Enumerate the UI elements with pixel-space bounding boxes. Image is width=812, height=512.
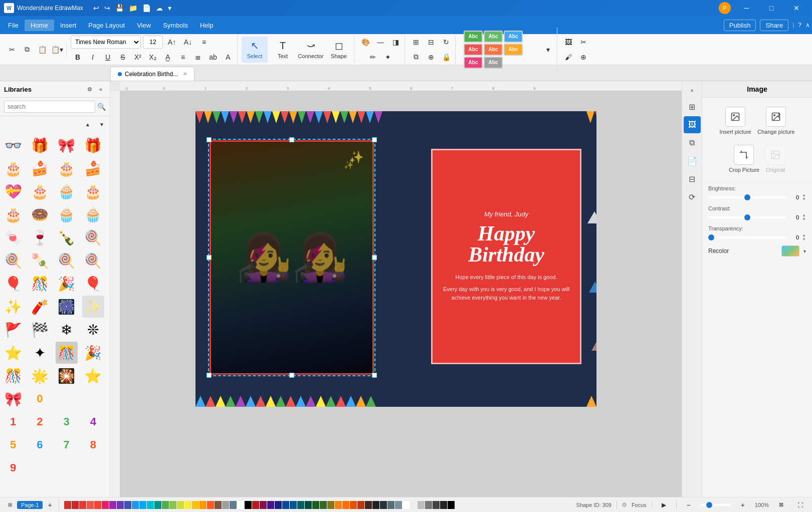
add-page-button[interactable]: +	[45, 500, 55, 510]
shape-item[interactable]: 🎂	[82, 180, 104, 202]
shape-item[interactable]: 🎇	[56, 365, 78, 387]
palette-color[interactable]	[395, 501, 402, 509]
palette-color[interactable]	[282, 501, 289, 509]
shape-item[interactable]: 🍡	[29, 249, 51, 272]
palette-color[interactable]	[425, 501, 432, 509]
minimize-button[interactable]: ─	[735, 0, 758, 16]
document-tab[interactable]: Celebration Birthd... ✕	[110, 67, 194, 81]
page-panel-button[interactable]: 📄	[684, 152, 701, 169]
shape-item[interactable]: 3	[56, 411, 78, 433]
copy-button[interactable]: ⧉	[20, 43, 34, 57]
palette-color[interactable]	[215, 501, 222, 509]
palette-color[interactable]	[252, 501, 259, 509]
shape-item[interactable]: 🎂	[29, 180, 51, 202]
menu-symbols[interactable]: Symbols	[157, 20, 194, 31]
share-cloud-button[interactable]: ☁	[154, 3, 165, 13]
palette-color[interactable]	[237, 501, 244, 509]
font-size-input[interactable]	[143, 36, 163, 49]
format-button[interactable]: ✦	[381, 50, 395, 64]
shape-item[interactable]: 🧁	[56, 203, 78, 225]
palette-color[interactable]	[109, 501, 116, 509]
shape-item[interactable]: ✦	[29, 342, 51, 364]
insert-picture-item[interactable]: Insert picture	[719, 107, 751, 135]
search-icon[interactable]: 🔍	[97, 103, 106, 111]
shape-item[interactable]: 🍭	[82, 226, 104, 248]
style-thumb-2[interactable]: Abc	[484, 31, 503, 43]
palette-color[interactable]	[357, 501, 364, 509]
palette-color[interactable]	[230, 501, 237, 509]
palette-color[interactable]	[297, 501, 304, 509]
extra-btn[interactable]: ⊕	[576, 50, 590, 64]
paste-special-button[interactable]: 📋▾	[50, 43, 64, 57]
shape-item[interactable]: 🧨	[29, 296, 51, 318]
palette-color[interactable]	[154, 501, 161, 509]
more-button[interactable]: ▾	[166, 3, 173, 13]
shape-item[interactable]: 🍷	[29, 226, 51, 248]
recolor-swatch[interactable]	[781, 245, 799, 257]
palette-color[interactable]	[275, 501, 282, 509]
size-button[interactable]: ⊕	[424, 50, 438, 64]
palette-color[interactable]	[320, 501, 327, 509]
zoom-in-button[interactable]: +	[736, 498, 750, 512]
palette-color[interactable]	[440, 501, 447, 509]
palette-color[interactable]	[410, 501, 417, 509]
table-panel-button[interactable]: ⊟	[684, 170, 701, 187]
palette-color[interactable]	[342, 501, 349, 509]
shape-item[interactable]: 🏁	[29, 319, 51, 341]
menu-page-layout[interactable]: Page Layout	[82, 20, 131, 31]
shape-item[interactable]: ⭐	[2, 342, 24, 364]
maximize-button[interactable]: □	[760, 0, 783, 16]
palette-color[interactable]	[79, 501, 86, 509]
subscript-button[interactable]: X₂	[146, 50, 160, 64]
zoom-slider[interactable]	[701, 504, 731, 506]
palette-color[interactable]	[184, 501, 191, 509]
style-thumb-8[interactable]: Abc	[484, 57, 503, 69]
shape-item[interactable]: ✨	[2, 296, 24, 318]
image-tool[interactable]: 🖼	[561, 35, 575, 49]
style-thumb-4[interactable]: Abc	[464, 44, 483, 56]
palette-color[interactable]	[433, 501, 440, 509]
shape-tool[interactable]: ◻ Shape	[326, 37, 352, 63]
style-panel-button[interactable]: ⊞	[684, 98, 701, 115]
text-case-button[interactable]: ab	[206, 50, 220, 64]
transparency-slider[interactable]	[708, 236, 786, 238]
palette-color[interactable]	[64, 501, 71, 509]
shape-item[interactable]: 1	[2, 411, 24, 433]
shape-item[interactable]: 7	[56, 434, 78, 456]
shape-item[interactable]: 2	[29, 411, 51, 433]
menu-view[interactable]: View	[131, 20, 157, 31]
canvas-content[interactable]: 👩‍🎤👩‍🎤 ✨ ✨	[120, 91, 682, 497]
fit-screen-button[interactable]: ⊠	[774, 498, 788, 512]
palette-color[interactable]	[402, 501, 410, 509]
help-icon[interactable]: ?	[798, 22, 801, 29]
collapse-icon[interactable]: ∧	[805, 22, 810, 29]
crop-picture-item[interactable]: Crop Picture	[729, 145, 759, 173]
brightness-slider[interactable]	[708, 196, 786, 198]
palette-color[interactable]	[305, 501, 312, 509]
palette-color[interactable]	[267, 501, 274, 509]
publish-button[interactable]: Publish	[724, 20, 756, 31]
shape-item[interactable]: 🎂	[2, 203, 24, 225]
palette-color[interactable]	[448, 501, 455, 509]
scroll-up-button[interactable]: ▲	[81, 117, 95, 131]
paste-button[interactable]: 📋	[35, 43, 49, 57]
bold-button[interactable]: B	[71, 50, 85, 64]
share-button[interactable]: Share	[760, 20, 788, 31]
palette-color[interactable]	[147, 501, 154, 509]
align-button[interactable]: ⊟	[424, 35, 438, 49]
palette-color[interactable]	[260, 501, 267, 509]
menu-file[interactable]: File	[2, 20, 25, 31]
font-size-decrease[interactable]: A↓	[181, 35, 195, 49]
palette-color[interactable]	[207, 501, 214, 509]
style-thumb-5[interactable]: Abc	[484, 44, 503, 56]
shape-item[interactable]: 5	[2, 434, 24, 456]
palette-color[interactable]	[327, 501, 334, 509]
palette-color[interactable]	[418, 501, 425, 509]
palette-color[interactable]	[372, 501, 379, 509]
fill-color-button[interactable]: 🎨	[358, 35, 372, 49]
strikethrough-button[interactable]: S	[116, 50, 130, 64]
font-name-select[interactable]: Times New Roman Arial Calibri	[71, 36, 141, 49]
shape-item[interactable]: 👓	[2, 134, 24, 156]
palette-color[interactable]	[222, 501, 229, 509]
palette-color[interactable]	[169, 501, 176, 509]
